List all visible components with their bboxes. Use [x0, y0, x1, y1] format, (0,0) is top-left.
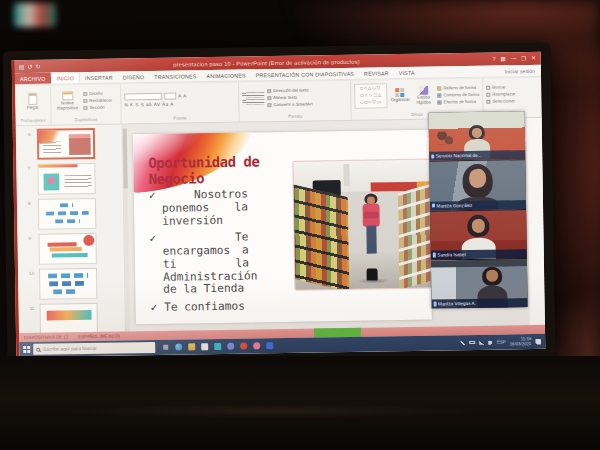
restore-button[interactable]: ❐ — [521, 56, 526, 62]
shapes-gallery[interactable]: □○△◇▽ ▭○☆□△ ◇□○▽▭ — [354, 83, 388, 108]
reset-button[interactable]: Restablecer — [83, 98, 112, 103]
align-text-icon — [267, 96, 271, 100]
tray-expand-icon[interactable] — [460, 341, 465, 345]
mail-icon[interactable] — [201, 343, 208, 350]
tab-insertar[interactable]: INSERTAR — [80, 74, 118, 81]
participant-face — [486, 270, 498, 282]
slide-thumbnail[interactable]: 8 — [38, 198, 96, 230]
task-view-icon[interactable] — [162, 344, 169, 351]
video-tile[interactable]: Servicio Nacional de... — [429, 111, 526, 161]
search-icon — [36, 347, 40, 351]
shape-effects-button[interactable]: Efectos de forma — [438, 99, 480, 105]
undo-icon[interactable]: ↺ — [27, 63, 32, 69]
woman-jeans — [366, 226, 376, 254]
slide-bullet-list[interactable]: ✓ Nosotros ponemos la inversión ✓ Te enc… — [149, 188, 250, 319]
slide-thumbnail-selected[interactable]: 6 — [37, 128, 95, 160]
language-indicator[interactable]: ESPAÑOL (MÉXICO) — [68, 334, 120, 340]
find-button[interactable]: Buscar — [486, 84, 515, 89]
video-tile[interactable]: Maritza Villegas A. — [431, 259, 528, 309]
select-icon — [486, 99, 490, 103]
clock[interactable]: 11:16 16/03/2021 — [510, 337, 532, 347]
align-icons[interactable] — [242, 99, 264, 104]
taskbar-search[interactable] — [33, 342, 155, 355]
find-icon — [486, 85, 490, 89]
slide-number: 10 — [29, 271, 34, 276]
thumbnail-preview — [39, 199, 95, 229]
layout-icon — [83, 91, 87, 95]
shape-fill-button[interactable]: Relleno de forma — [437, 85, 479, 91]
store-photo[interactable] — [293, 159, 431, 289]
start-button[interactable] — [19, 342, 33, 357]
align-text-button[interactable]: Alinear texto — [267, 94, 312, 100]
new-slide-button[interactable]: Nueva diapositiva — [54, 91, 80, 111]
photos-icon[interactable] — [253, 342, 260, 349]
search-input[interactable] — [43, 345, 152, 352]
ribbon-options-button[interactable]: ▦ — [500, 56, 505, 62]
layout-button[interactable]: Diseño — [83, 91, 112, 96]
group-font: A A N K S S ab AV Aa A Fuente — [121, 83, 240, 124]
font-style-buttons[interactable]: N K S S ab AV Aa A — [124, 101, 173, 107]
help-button[interactable]: ? — [492, 56, 495, 62]
taskbar-icons — [155, 342, 273, 351]
file-explorer-icon[interactable] — [188, 343, 195, 350]
photo-background: ▤ ↺ ↻ presentacion paso 10 - PowerPoint … — [0, 0, 600, 450]
close-button[interactable]: ✕ — [531, 56, 536, 62]
check-bullet-icon: ✓ — [149, 232, 192, 246]
bullet-list-icons[interactable] — [242, 92, 264, 97]
tab-transiciones[interactable]: TRANSICIONES — [149, 73, 201, 80]
font-size-combobox[interactable] — [164, 92, 176, 99]
teams-icon[interactable] — [227, 343, 234, 350]
smartart-icon — [267, 103, 271, 107]
participant-name-bar: Maritza González — [430, 200, 526, 211]
font-name-combobox[interactable] — [124, 92, 162, 100]
slide-thumbnail[interactable]: 10 — [39, 268, 97, 300]
slide-thumbnail[interactable]: 7 — [37, 163, 95, 195]
minimize-button[interactable]: — — [511, 56, 517, 62]
replace-button[interactable]: Reemplazar — [486, 91, 515, 96]
participant-name: Sandra Isabel — [437, 252, 465, 257]
tab-revisar[interactable]: REVISAR — [359, 70, 394, 77]
shape-outline-button[interactable]: Contorno de forma — [437, 92, 479, 98]
tab-presentacion[interactable]: PRESENTACIÓN CON DIAPOSITIVAS — [251, 70, 359, 78]
sign-in-link[interactable]: Iniciar sesión — [505, 67, 541, 74]
slide-canvas[interactable]: Oportunidad de Negocio ✓ Nosotros ponemo… — [133, 130, 432, 325]
grow-shrink-font-buttons[interactable]: A A — [178, 93, 186, 98]
clipboard-icon — [28, 92, 37, 104]
edge-browser-icon[interactable] — [175, 344, 182, 351]
quick-styles-icon — [419, 85, 428, 94]
store-icon[interactable] — [214, 343, 221, 350]
paste-button[interactable]: Pegar — [27, 92, 39, 110]
quick-styles-button[interactable]: Estilos rápidos — [413, 85, 435, 105]
quick-access-toolbar: ▤ ↺ ↻ — [15, 63, 41, 69]
tab-archivo[interactable]: ARCHIVO — [15, 73, 51, 85]
keyboard-language[interactable]: ESP — [497, 339, 506, 344]
volume-icon[interactable] — [488, 340, 493, 344]
app-red-icon[interactable] — [240, 343, 247, 350]
woman-shirt — [362, 204, 379, 227]
slide-counter: DIAPOSITIVA 6 DE 12 — [19, 334, 68, 340]
section-icon — [83, 105, 87, 109]
tab-diseno[interactable]: DISEÑO — [118, 74, 150, 80]
video-tile[interactable]: Maritza González — [429, 160, 526, 210]
slide-number: 6 — [28, 132, 31, 137]
redo-icon[interactable]: ↻ — [35, 63, 40, 69]
tab-vista[interactable]: VISTA — [394, 69, 420, 75]
app-blue-icon[interactable] — [266, 342, 273, 349]
text-direction-button[interactable]: Dirección del texto — [267, 87, 312, 93]
network-icon[interactable] — [479, 340, 484, 344]
tray-date: 16/03/2021 — [510, 342, 532, 347]
save-icon[interactable]: ▤ — [19, 63, 25, 69]
section-button[interactable]: Sección — [83, 105, 112, 110]
participant-name-bar: Maritza Villegas A. — [432, 298, 528, 309]
tab-animaciones[interactable]: ANIMACIONES — [201, 72, 250, 79]
arrange-button[interactable]: Organizar — [390, 88, 410, 103]
select-button[interactable]: Seleccionar — [486, 98, 515, 103]
slide-title[interactable]: Oportunidad de Negocio — [148, 153, 268, 187]
replace-icon — [486, 92, 490, 96]
tab-inicio[interactable]: INICIO — [50, 72, 80, 83]
notification-center-icon[interactable] — [535, 338, 541, 344]
video-tile[interactable]: Sandra Isabel — [430, 210, 527, 260]
slide-thumbnail[interactable]: 9 — [38, 233, 96, 265]
slide-thumbnail[interactable]: 11 — [40, 303, 98, 333]
smartart-button[interactable]: Convertir a SmartArt — [267, 101, 312, 107]
